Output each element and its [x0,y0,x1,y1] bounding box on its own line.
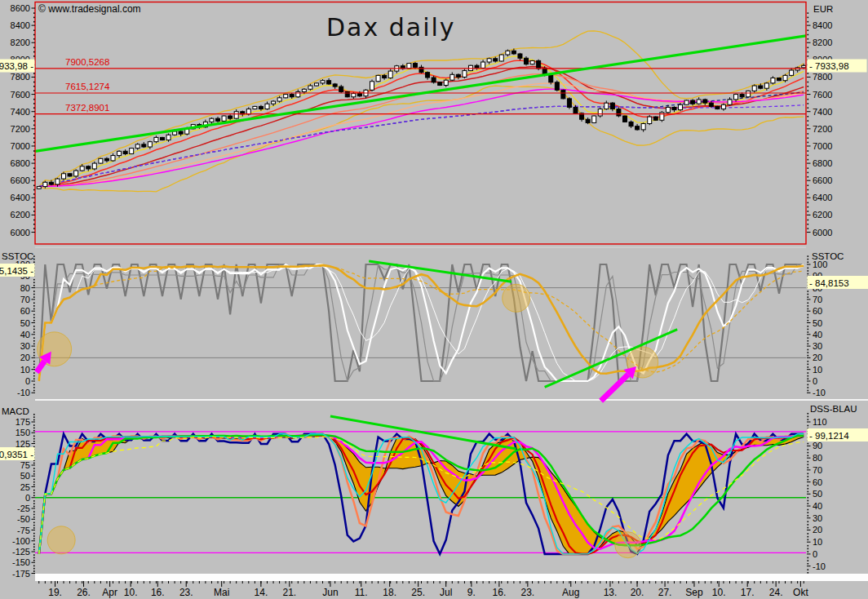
y-minor-tick [808,211,809,212]
y-minor-tick [33,424,35,426]
y-tick-label: 50 [813,489,822,499]
y-minor-tick [808,443,809,445]
y-minor-tick [33,468,35,469]
y-tick-label: 20 [20,353,30,362]
y-minor-tick [33,150,35,152]
date-label: 10. [124,587,138,598]
y-minor-tick [808,497,809,499]
y-minor-tick [33,125,35,126]
y-minor-tick [808,86,809,87]
y-minor-tick [808,488,809,490]
y-minor-tick [808,47,809,49]
y-minor-tick [33,490,35,491]
y-minor-tick [808,340,809,342]
y-tick-label: 6600 [11,175,30,185]
y-minor-tick [808,193,809,195]
y-minor-tick [33,430,35,432]
y-minor-tick [33,329,35,331]
date-label: 24. [769,587,783,598]
dss-current-right: - 99,1214 [809,431,849,441]
y-tick-label: 20 [813,353,822,362]
y-minor-tick [33,414,35,415]
date-label: Jun [322,587,338,598]
price-current-left: 7933,98 - [0,61,33,71]
y-minor-tick [808,372,809,374]
y-minor-tick [33,495,35,496]
y-minor-tick [33,326,35,327]
y-minor-tick [33,38,35,40]
y-minor-tick [808,82,809,83]
y-tick-label: 10 [813,365,822,375]
y-tick-label: 175 [16,417,30,427]
y-minor-tick [808,302,809,304]
y-minor-tick [33,320,35,322]
y-minor-tick [33,55,35,57]
y-tick-label: 80 [20,283,30,293]
y-tick-label: 6000 [813,228,832,237]
y-minor-tick [808,133,809,135]
date-label: 27. [658,587,672,598]
y-minor-tick [808,355,809,357]
y-minor-tick [33,492,35,494]
y-minor-tick [33,544,35,545]
y-minor-tick [808,137,809,139]
date-label: Aug [562,587,579,598]
y-minor-tick [808,125,809,126]
y-minor-tick [33,159,35,161]
y-minor-tick [808,419,809,420]
y-tick-label: 6400 [11,193,30,202]
y-minor-tick [808,17,809,19]
y-minor-tick [808,120,809,122]
y-tick-label: 75 [20,460,30,470]
y-minor-tick [808,539,809,541]
y-minor-tick [33,463,35,464]
y-minor-tick [33,202,35,204]
date-label: 13. [604,587,618,598]
y-minor-tick [808,384,809,386]
y-minor-tick [808,521,809,522]
y-tick-label: 6800 [11,158,30,168]
y-minor-tick [33,366,35,368]
y-minor-tick [808,548,809,550]
y-minor-tick [33,172,35,174]
y-minor-tick [808,261,809,263]
y-minor-tick [808,155,809,157]
y-minor-tick [33,416,35,418]
y-minor-tick [33,390,35,392]
highlight-circle [615,532,641,558]
sstoc-current-left: 95,1435 - [0,266,33,276]
y-minor-tick [808,29,809,31]
y-tick-label: 8600 [11,3,30,13]
y-tick-label: 40 [813,501,822,511]
y-minor-tick [808,51,809,53]
y-minor-tick [33,337,35,339]
date-label: 11. [355,587,368,598]
date-label: Jul [440,587,452,598]
y-tick-label: 25 [20,482,30,492]
y-tick-label: 7200 [813,124,832,134]
y-minor-tick [33,554,35,556]
y-minor-tick [808,38,809,40]
y-minor-tick [33,372,35,374]
y-minor-tick [33,137,35,139]
y-minor-tick [808,202,809,204]
y-tick-label: 30 [20,341,30,351]
price-plot-area[interactable] [35,2,806,245]
y-minor-tick [33,211,35,212]
y-tick-label: 30 [813,513,822,523]
y-tick-label: -175 [12,569,30,579]
date-label: 19. [48,587,62,598]
y-minor-tick [808,569,809,570]
y-minor-tick [808,189,809,191]
y-tick-label: 125 [16,439,30,449]
tradesignal-chart-window: © www.tradesignal.com Dax daily 7900,526… [0,0,868,599]
y-tick-label: 50 [813,318,822,328]
y-tick-label: -75 [17,526,30,535]
y-minor-tick [33,133,35,135]
y-minor-tick [33,99,35,100]
y-tick-label: 60 [20,306,30,316]
y-minor-tick [33,317,35,318]
y-minor-tick [33,511,35,512]
y-minor-tick [33,314,35,316]
y-minor-tick [33,261,35,263]
